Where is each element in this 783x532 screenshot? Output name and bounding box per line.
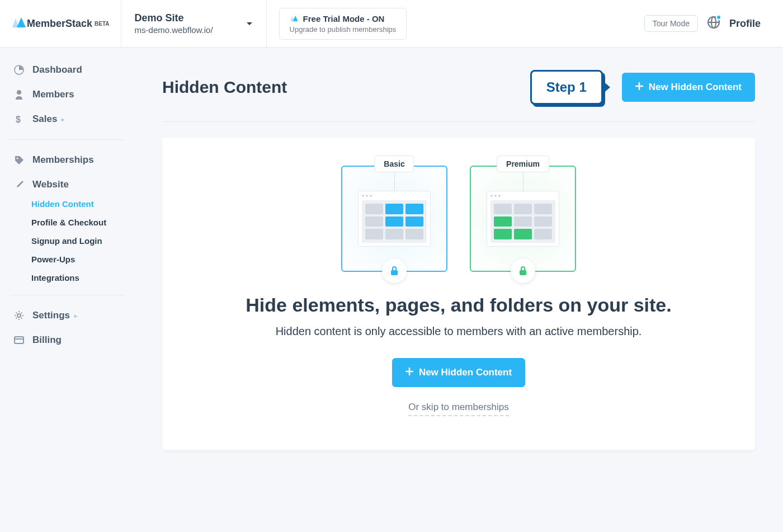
chevron-down-icon xyxy=(246,18,253,29)
subnav-hidden-content[interactable]: Hidden Content xyxy=(31,195,129,213)
tour-mode-button[interactable]: Tour Mode xyxy=(644,15,698,32)
logo-icon xyxy=(11,16,27,31)
sidebar-item-sales[interactable]: $ Sales xyxy=(6,107,129,131)
subnav-power-ups[interactable]: Power-Ups xyxy=(31,250,129,269)
page-title: Hidden Content xyxy=(162,78,287,97)
sidebar-item-label: Dashboard xyxy=(32,64,82,76)
sidebar-item-label: Website xyxy=(32,179,69,190)
sidebar-item-members[interactable]: Members xyxy=(6,82,129,107)
sidebar-item-memberships[interactable]: Memberships xyxy=(6,148,129,172)
sidebar-item-dashboard[interactable]: Dashboard xyxy=(6,58,129,82)
logo[interactable]: MemberStack BETA xyxy=(0,0,121,47)
site-name: Demo Site xyxy=(135,12,213,24)
trial-mode-pill[interactable]: Free Trial Mode - ON Upgrade to publish … xyxy=(279,8,407,40)
members-icon xyxy=(11,90,27,100)
gear-icon xyxy=(11,310,27,321)
logo-mini-icon xyxy=(290,14,299,24)
sidebar-item-label: Members xyxy=(32,89,74,100)
site-url: ms-demo.webflow.io/ xyxy=(135,25,213,35)
sidebar-item-website[interactable]: Website xyxy=(6,172,129,197)
tier-label-premium: Premium xyxy=(497,156,549,172)
step-badge: Step 1 xyxy=(530,70,603,105)
subnav-integrations[interactable]: Integrations xyxy=(31,269,129,287)
subnav-signup-login[interactable]: Signup and Login xyxy=(31,232,129,250)
notifications-button[interactable] xyxy=(707,16,720,31)
site-switcher[interactable]: Demo Site ms-demo.webflow.io/ xyxy=(121,0,267,47)
sidebar-item-label: Memberships xyxy=(32,154,94,166)
svg-rect-11 xyxy=(520,270,526,275)
tier-premium-illustration: Premium xyxy=(470,166,576,272)
sidebar-item-label: Sales xyxy=(32,114,57,125)
sidebar-item-label: Billing xyxy=(32,335,62,346)
skip-to-memberships-link[interactable]: Or skip to memberships xyxy=(408,402,509,416)
nav-divider xyxy=(10,139,124,140)
button-label: New Hidden Content xyxy=(649,82,742,93)
svg-point-4 xyxy=(17,90,21,95)
nav-divider xyxy=(10,295,124,295)
card-title: Hide elements, pages, and folders on you… xyxy=(179,294,738,316)
notification-dot xyxy=(716,15,721,20)
trial-title: Free Trial Mode - ON xyxy=(303,14,385,23)
svg-rect-8 xyxy=(15,337,23,343)
profile-link[interactable]: Profile xyxy=(729,18,761,30)
tag-icon xyxy=(11,155,27,165)
new-hidden-content-button[interactable]: New Hidden Content xyxy=(622,73,755,102)
svg-rect-10 xyxy=(391,270,398,275)
subnav-profile-checkout[interactable]: Profile & Checkout xyxy=(31,213,129,232)
svg-point-7 xyxy=(17,314,21,317)
lock-icon xyxy=(511,258,535,283)
card-subtitle: Hidden content is only accessible to mem… xyxy=(179,325,738,338)
svg-text:$: $ xyxy=(16,115,21,124)
plus-icon xyxy=(405,367,413,378)
tier-label-basic: Basic xyxy=(374,156,414,172)
sidebar-item-billing[interactable]: Billing xyxy=(6,328,129,352)
brush-icon xyxy=(11,180,27,190)
tier-basic-illustration: Basic xyxy=(341,166,447,272)
sales-icon: $ xyxy=(11,114,27,124)
sidebar-item-label: Settings xyxy=(32,310,70,321)
button-label: New Hidden Content xyxy=(419,367,512,378)
trial-subtitle: Upgrade to publish memberships xyxy=(290,25,397,34)
new-hidden-content-button-card[interactable]: New Hidden Content xyxy=(392,358,525,387)
dashboard-icon xyxy=(11,65,27,75)
svg-point-6 xyxy=(17,158,18,159)
lock-icon xyxy=(382,258,407,283)
card-icon xyxy=(11,336,27,344)
beta-badge: BETA xyxy=(95,21,109,27)
plus-icon xyxy=(635,82,643,93)
sidebar: Dashboard Members $ Sales Memberships We… xyxy=(0,48,134,532)
logo-text: MemberStack xyxy=(27,18,92,30)
empty-state-card: Basic xyxy=(162,138,755,450)
sidebar-item-settings[interactable]: Settings xyxy=(6,303,129,328)
